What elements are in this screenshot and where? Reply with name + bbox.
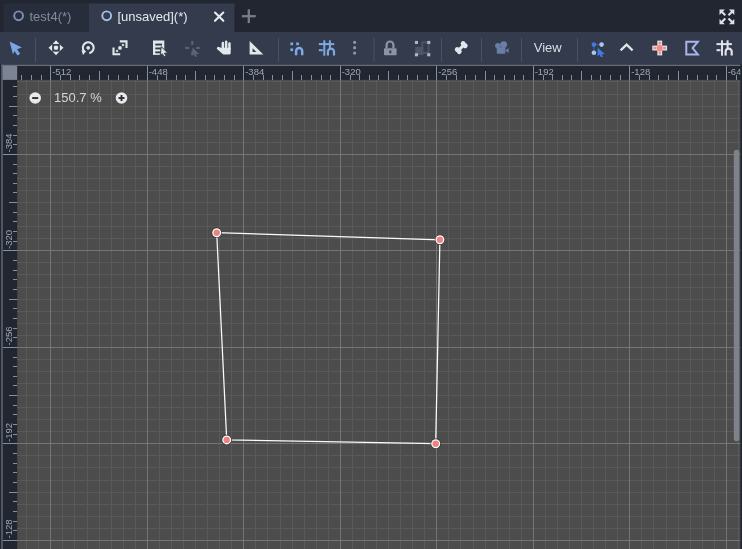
svg-text:[unsaved](*): [unsaved](*) [118,9,188,24]
svg-text:-64: -64 [728,66,742,77]
svg-text:-192: -192 [3,423,14,442]
svg-text:View: View [534,40,563,55]
svg-text:150.7 %: 150.7 % [54,90,102,105]
svg-text:-128: -128 [3,519,14,538]
svg-text:-384: -384 [245,66,264,77]
svg-text:-320: -320 [3,230,14,249]
svg-text:-192: -192 [535,66,554,77]
svg-text:-256: -256 [3,326,14,345]
svg-text:test4(*): test4(*) [30,9,72,24]
svg-text:-256: -256 [438,66,457,77]
svg-text:-384: -384 [3,133,14,152]
svg-text:-448: -448 [149,66,168,77]
svg-text:-320: -320 [342,66,361,77]
svg-text:-128: -128 [631,66,650,77]
svg-text:-512: -512 [52,66,71,77]
